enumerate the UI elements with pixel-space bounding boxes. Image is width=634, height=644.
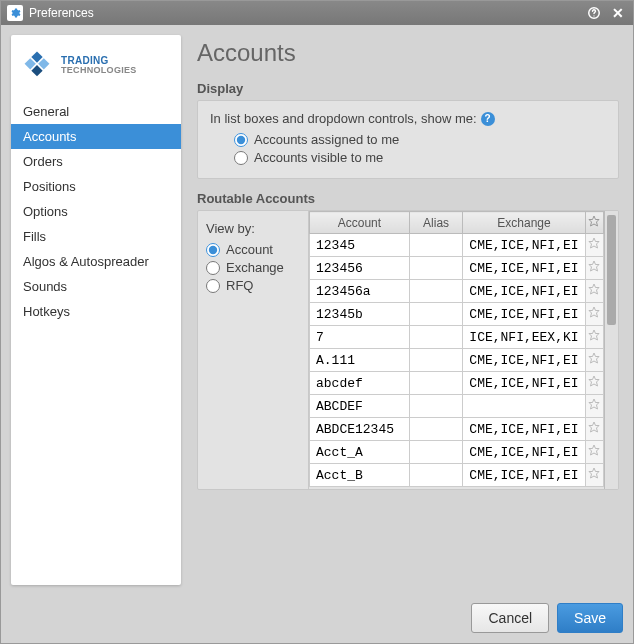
sidebar-item-orders[interactable]: Orders <box>11 149 181 174</box>
star-icon <box>588 216 600 230</box>
sidebar-item-algos-autospreader[interactable]: Algos & Autospreader <box>11 249 181 274</box>
sidebar-item-positions[interactable]: Positions <box>11 174 181 199</box>
cell-alias <box>409 280 462 303</box>
accounts-table: AccountAliasExchange 12345CME,ICE,NFI,EI… <box>309 211 604 489</box>
preferences-window: Preferences ✕ TRADING TECHNOLOGIES <box>0 0 634 644</box>
svg-marker-8 <box>589 261 599 271</box>
cell-alias <box>409 464 462 487</box>
column-header-favorite[interactable] <box>585 212 603 234</box>
cell-exchange: CME,ICE,NFI,EI <box>463 418 585 441</box>
page-title: Accounts <box>197 39 619 67</box>
display-option-label: Accounts assigned to me <box>254 132 399 147</box>
svg-point-1 <box>593 15 594 16</box>
cell-exchange: CME,ICE,NFI,EI <box>463 257 585 280</box>
sidebar-item-hotkeys[interactable]: Hotkeys <box>11 299 181 324</box>
viewby-option-account[interactable]: Account <box>206 242 300 257</box>
favorite-toggle[interactable] <box>585 372 603 395</box>
table-row[interactable]: Acct_BCME,ICE,NFI,EI <box>310 464 604 487</box>
scrollbar-thumb[interactable] <box>607 215 616 325</box>
cell-account: 7 <box>310 326 410 349</box>
table-row[interactable]: Acct_ACME,ICE,NFI,EI <box>310 441 604 464</box>
display-radio-1[interactable] <box>234 151 248 165</box>
sidebar-item-general[interactable]: General <box>11 99 181 124</box>
table-row[interactable]: 7ICE,NFI,EEX,KI <box>310 326 604 349</box>
favorite-toggle[interactable] <box>585 464 603 487</box>
svg-marker-17 <box>589 468 599 478</box>
save-button[interactable]: Save <box>557 603 623 633</box>
routable-panel: View by: AccountExchangeRFQ AccountAlias… <box>197 210 619 490</box>
cell-alias <box>409 234 462 257</box>
display-option-label: Accounts visible to me <box>254 150 383 165</box>
cell-account: Acct_B <box>310 464 410 487</box>
favorite-toggle[interactable] <box>585 395 603 418</box>
vertical-scrollbar[interactable] <box>604 211 618 489</box>
svg-marker-10 <box>589 307 599 317</box>
viewby-label: View by: <box>206 221 300 236</box>
info-icon[interactable]: ? <box>481 112 495 126</box>
sidebar-item-sounds[interactable]: Sounds <box>11 274 181 299</box>
column-header-alias[interactable]: Alias <box>409 212 462 234</box>
cell-account: 12345b <box>310 303 410 326</box>
table-row[interactable]: abcdefCME,ICE,NFI,EI <box>310 372 604 395</box>
sidebar-item-fills[interactable]: Fills <box>11 224 181 249</box>
favorite-toggle[interactable] <box>585 349 603 372</box>
window-title: Preferences <box>29 6 94 20</box>
table-row[interactable]: ABDCE12345CME,ICE,NFI,EI <box>310 418 604 441</box>
brand-line1: TRADING <box>61 56 137 66</box>
brand-mark-icon <box>21 49 53 81</box>
viewby-radio-2[interactable] <box>206 279 220 293</box>
favorite-toggle[interactable] <box>585 303 603 326</box>
table-row[interactable]: 12345bCME,ICE,NFI,EI <box>310 303 604 326</box>
viewby-radio-0[interactable] <box>206 243 220 257</box>
cell-alias <box>409 303 462 326</box>
cell-exchange: CME,ICE,NFI,EI <box>463 303 585 326</box>
table-row[interactable]: 12345CME,ICE,NFI,EI <box>310 234 604 257</box>
favorite-toggle[interactable] <box>585 234 603 257</box>
display-section-label: Display <box>197 81 619 96</box>
display-option-0[interactable]: Accounts assigned to me <box>234 132 606 147</box>
cell-account: A.111 <box>310 349 410 372</box>
brand-line2: TECHNOLOGIES <box>61 66 137 75</box>
column-header-exchange[interactable]: Exchange <box>463 212 585 234</box>
viewby-option-exchange[interactable]: Exchange <box>206 260 300 275</box>
cell-account: ABDCE12345 <box>310 418 410 441</box>
column-header-account[interactable]: Account <box>310 212 410 234</box>
close-icon[interactable]: ✕ <box>609 4 627 22</box>
cell-exchange: CME,ICE,NFI,EI <box>463 464 585 487</box>
cell-alias <box>409 395 462 418</box>
svg-marker-12 <box>589 353 599 363</box>
svg-marker-16 <box>589 445 599 455</box>
brand-logo: TRADING TECHNOLOGIES <box>11 35 181 99</box>
titlebar: Preferences ✕ <box>1 1 633 25</box>
cell-account: Acct_A <box>310 441 410 464</box>
favorite-toggle[interactable] <box>585 280 603 303</box>
help-icon[interactable] <box>585 4 603 22</box>
favorite-toggle[interactable] <box>585 257 603 280</box>
table-row[interactable]: 123456aCME,ICE,NFI,EI <box>310 280 604 303</box>
favorite-toggle[interactable] <box>585 326 603 349</box>
cancel-button[interactable]: Cancel <box>471 603 549 633</box>
cell-alias <box>409 418 462 441</box>
cell-exchange <box>463 395 585 418</box>
svg-marker-11 <box>589 330 599 340</box>
favorite-toggle[interactable] <box>585 441 603 464</box>
svg-marker-6 <box>589 216 599 226</box>
table-row[interactable]: A.111CME,ICE,NFI,EI <box>310 349 604 372</box>
cell-account: 12345 <box>310 234 410 257</box>
sidebar-item-options[interactable]: Options <box>11 199 181 224</box>
sidebar: TRADING TECHNOLOGIES GeneralAccountsOrde… <box>11 35 181 585</box>
viewby-option-label: RFQ <box>226 278 253 293</box>
sidebar-item-accounts[interactable]: Accounts <box>11 124 181 149</box>
cell-account: 123456 <box>310 257 410 280</box>
table-row[interactable]: 123456CME,ICE,NFI,EI <box>310 257 604 280</box>
svg-marker-7 <box>589 238 599 248</box>
cell-alias <box>409 441 462 464</box>
table-row[interactable]: ABCDEF <box>310 395 604 418</box>
viewby-option-rfq[interactable]: RFQ <box>206 278 300 293</box>
viewby-radio-1[interactable] <box>206 261 220 275</box>
display-option-1[interactable]: Accounts visible to me <box>234 150 606 165</box>
svg-marker-14 <box>589 399 599 409</box>
display-radio-0[interactable] <box>234 133 248 147</box>
favorite-toggle[interactable] <box>585 418 603 441</box>
routable-section-label: Routable Accounts <box>197 191 619 206</box>
